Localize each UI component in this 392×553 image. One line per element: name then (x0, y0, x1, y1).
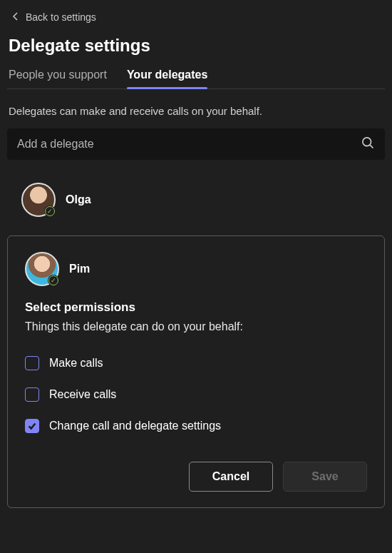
tab-people-you-support[interactable]: People you support (9, 69, 107, 88)
tab-your-delegates[interactable]: Your delegates (127, 69, 208, 88)
add-delegate-input[interactable] (17, 138, 361, 151)
page-title: Delegate settings (7, 36, 385, 56)
permission-label: Change call and delegate settings (49, 420, 221, 432)
permission-change-settings[interactable]: Change call and delegate settings (25, 410, 367, 442)
back-to-settings-link[interactable]: Back to settings (7, 10, 385, 24)
checkbox-unchecked-icon (25, 387, 39, 402)
permission-label: Make calls (49, 357, 103, 370)
permission-label: Receive calls (49, 388, 116, 401)
permission-receive-calls[interactable]: Receive calls (25, 379, 367, 410)
delegate-list-item[interactable]: Pim (25, 252, 367, 300)
svg-line-1 (370, 145, 373, 148)
delegates-description: Delegates can make and receive calls on … (9, 105, 385, 117)
search-icon (361, 136, 375, 153)
chevron-left-icon (11, 11, 20, 23)
delegate-list-item[interactable]: Olga (7, 177, 385, 223)
button-label: Save (311, 470, 338, 483)
button-label: Cancel (212, 470, 249, 483)
permissions-heading: Select permissions (25, 300, 367, 315)
delegate-name: Pim (69, 263, 90, 275)
tab-label: Your delegates (127, 69, 208, 81)
tab-bar: People you support Your delegates (7, 69, 385, 89)
presence-available-icon (48, 275, 59, 286)
delegate-permissions-card: Pim Select permissions Things this deleg… (7, 235, 385, 508)
permissions-description: Things this delegate can do on your beha… (25, 320, 367, 333)
delegate-name: Olga (66, 193, 91, 206)
permission-make-calls[interactable]: Make calls (25, 347, 367, 379)
tab-label: People you support (9, 69, 107, 81)
avatar (21, 183, 56, 217)
back-label: Back to settings (26, 11, 96, 23)
presence-available-icon (44, 206, 56, 217)
cancel-button[interactable]: Cancel (189, 462, 273, 492)
checkbox-unchecked-icon (25, 356, 39, 370)
checkbox-checked-icon (25, 419, 39, 433)
svg-point-0 (363, 138, 371, 146)
save-button: Save (283, 462, 367, 492)
avatar (25, 252, 59, 286)
card-actions: Cancel Save (25, 462, 367, 492)
add-delegate-search[interactable] (7, 128, 385, 160)
